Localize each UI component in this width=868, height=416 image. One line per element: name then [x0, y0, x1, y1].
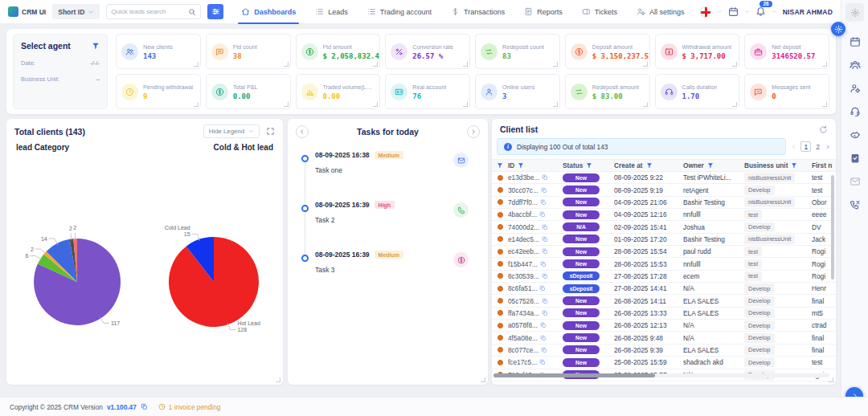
user-settings-icon[interactable]	[850, 83, 861, 94]
column-header-create-at[interactable]: Create at	[614, 161, 683, 169]
column-filter-icon[interactable]	[497, 162, 503, 169]
copy-icon[interactable]	[540, 261, 547, 267]
copy-icon[interactable]	[542, 248, 548, 255]
column-header-business-unit[interactable]: Business unit	[744, 161, 812, 169]
table-row[interactable]: 05c7528... New 26-08-2025 14:11 ELA SALE…	[492, 295, 836, 307]
table-row[interactable]: 7ddff7f0... New 04-09-2025 21:06 Bashir …	[492, 197, 836, 209]
table-row[interactable]: 74000d2... N/A 02-09-2025 15:41 Joshua D…	[492, 221, 836, 233]
copy-icon[interactable]	[542, 273, 548, 279]
table-row[interactable]: 8c6fa51... sDeposit 27-08-2025 14:41 N/A…	[492, 283, 836, 295]
copy-icon[interactable]	[539, 359, 546, 365]
column-filter-icon[interactable]	[646, 162, 653, 169]
copy-icon[interactable]	[542, 310, 548, 316]
copy-icon[interactable]	[542, 174, 548, 181]
table-row[interactable]: ffa7434a... New 26-08-2025 13:33 ELA SAL…	[492, 308, 836, 320]
language-flag-icon[interactable]	[700, 6, 711, 18]
calendar-icon[interactable]	[728, 6, 739, 17]
table-row[interactable]: 30cc07c... New 08-09-2025 9:19 retAgent …	[492, 184, 836, 196]
page-number-2[interactable]: 2	[814, 143, 821, 151]
copy-icon[interactable]	[542, 298, 548, 304]
dashboard-settings-fab[interactable]	[831, 22, 845, 36]
hscroll-thumb[interactable]	[493, 373, 655, 377]
copy-icon[interactable]	[541, 187, 547, 194]
table-row[interactable]: 4f5a08e... New 26-08-2025 9:48 N/A Devel…	[492, 332, 836, 344]
column-header-first-n[interactable]: First n	[812, 161, 833, 169]
short-id-dropdown[interactable]: Short ID	[52, 4, 100, 19]
nav-item-all-settings[interactable]: All settings	[637, 0, 685, 24]
meeting-icon[interactable]	[850, 129, 861, 141]
phone-icon[interactable]	[453, 202, 469, 218]
nav-item-trading-account[interactable]: Trading account	[367, 0, 432, 24]
search-icon[interactable]	[188, 8, 196, 16]
nav-item-reports[interactable]: Reports	[524, 0, 563, 24]
hide-legend-dropdown[interactable]: Hide Legend	[203, 124, 260, 138]
table-row[interactable]: e14dec5... New 01-09-2025 17:20 Bashir T…	[492, 234, 836, 246]
mail-icon[interactable]	[453, 153, 469, 168]
filter-funnel-icon[interactable]	[92, 42, 100, 50]
chevron-down-icon[interactable]	[744, 9, 750, 14]
column-filter-icon[interactable]	[707, 162, 714, 169]
horizontal-scrollbar[interactable]	[493, 373, 829, 377]
quick-leads-search[interactable]	[106, 4, 201, 19]
rail-settings-box[interactable]	[845, 3, 864, 22]
column-filter-icon[interactable]	[518, 162, 524, 169]
search-input[interactable]	[111, 8, 188, 15]
user-name[interactable]: NISAR AHMAD	[783, 8, 833, 16]
dollar-icon[interactable]	[453, 252, 469, 267]
copy-icon[interactable]	[539, 211, 546, 218]
table-row[interactable]: a0578f8... New 26-08-2025 12:13 N/A Deve…	[492, 320, 836, 332]
date-value[interactable]: -/-/-	[90, 59, 100, 67]
column-header-id[interactable]: ID	[508, 161, 563, 169]
table-row[interactable]: 8c077ce... New 26-08-2025 9:39 ELA SALES…	[492, 345, 836, 357]
copy-icon[interactable]	[540, 335, 547, 341]
task-item[interactable]: 08-09-2025 16:39 Medium Task 3	[288, 251, 480, 300]
nav-item-transactions[interactable]: Transactions	[451, 0, 505, 24]
table-row[interactable]: 8c30539... sDeposit 27-08-2025 17:28 ece…	[492, 271, 836, 283]
chevron-down-icon[interactable]	[717, 9, 723, 14]
tasks-next-button[interactable]	[467, 125, 480, 138]
column-header-status[interactable]: Status	[563, 161, 614, 169]
notifications-bell[interactable]: 26	[755, 5, 766, 19]
column-filter-icon[interactable]	[791, 162, 797, 169]
page-number-1[interactable]: 1	[800, 141, 811, 152]
lead-category-pie[interactable]: 117621422	[6, 152, 145, 365]
table-row[interactable]: fce17c5... New 25-08-2025 15:59 shadrach…	[492, 357, 836, 369]
support-icon[interactable]	[850, 106, 861, 117]
column-filter-icon[interactable]	[586, 162, 592, 169]
calendar-icon[interactable]	[850, 36, 861, 47]
copy-icon[interactable]	[540, 199, 547, 206]
copy-icon[interactable]	[141, 403, 148, 410]
table-row[interactable]: 4baccbf... New 04-09-2025 12:16 nnfulll …	[492, 209, 836, 221]
page-prev-icon[interactable]	[791, 144, 797, 150]
copy-icon[interactable]	[541, 347, 547, 353]
nav-item-leads[interactable]: Leads	[315, 0, 348, 24]
refresh-icon[interactable]	[819, 125, 828, 134]
advanced-filter-button[interactable]	[207, 4, 223, 19]
nav-item-tickets[interactable]: Tickets	[582, 0, 617, 24]
nav-item-dashboards[interactable]: Dashboards	[241, 0, 296, 24]
copy-icon[interactable]	[542, 236, 548, 243]
table-row[interactable]: e13d3be... New 08-09-2025 9:22 Test iPWh…	[492, 172, 836, 184]
mail-icon[interactable]	[850, 176, 861, 187]
task-item[interactable]: 08-09-2025 16:38 Medium Task one	[288, 151, 480, 201]
page-next-icon[interactable]	[825, 144, 831, 150]
table-row[interactable]: f15b447... New 28-08-2025 15:53 nnfulll …	[492, 258, 836, 270]
call-end-icon[interactable]	[850, 199, 861, 210]
tasks-prev-button[interactable]	[296, 125, 309, 138]
cold-hot-lead-pie[interactable]: Hot Lead128Cold Lead15	[145, 152, 283, 365]
copy-icon[interactable]	[540, 322, 547, 328]
table-row[interactable]: ec42eeb... New 28-08-2025 15:54 paul rud…	[492, 246, 836, 258]
team-icon[interactable]	[850, 59, 861, 71]
business-unit-value[interactable]: –	[96, 75, 100, 83]
tasks-icon[interactable]	[850, 153, 861, 164]
copy-icon[interactable]	[539, 285, 546, 292]
copy-icon[interactable]	[542, 224, 548, 230]
column-header-owner[interactable]: Owner	[683, 161, 744, 169]
create-at-cell: 26-08-2025 9:48	[614, 334, 683, 342]
invoice-pending-warning[interactable]: 1 invoice pending	[158, 403, 221, 411]
expand-icon[interactable]	[266, 127, 275, 136]
chevron-down-icon[interactable]	[772, 9, 777, 14]
vscroll-thumb[interactable]	[831, 175, 834, 279]
task-item[interactable]: 08-09-2025 16:39 High Task 2	[288, 201, 480, 251]
vertical-scrollbar[interactable]	[831, 175, 834, 376]
